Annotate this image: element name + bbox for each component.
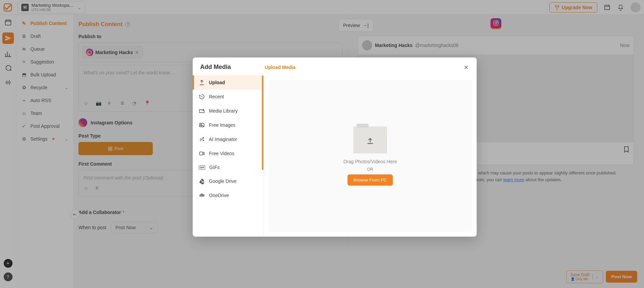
sparkle-icon bbox=[199, 136, 205, 142]
dropzone-or: OR bbox=[367, 167, 373, 172]
dropzone-text: Drag Photos/Videos Here bbox=[343, 159, 397, 164]
media-tab-gifs[interactable]: GIFGIFs bbox=[193, 161, 263, 174]
media-tab-free-videos[interactable]: Free Videos bbox=[193, 146, 263, 161]
google-drive-icon bbox=[199, 178, 205, 184]
media-tab-onedrive[interactable]: OneDrive bbox=[193, 188, 263, 202]
history-icon bbox=[199, 94, 205, 100]
media-tab-library[interactable]: Media Library bbox=[193, 104, 263, 118]
gif-icon: GIF bbox=[199, 165, 205, 170]
media-tab-upload[interactable]: Upload bbox=[193, 75, 263, 90]
media-tab-recent[interactable]: Recent bbox=[193, 90, 263, 104]
media-tab-free-images[interactable]: Free Images bbox=[193, 118, 263, 132]
browse-button[interactable]: Browse From PC bbox=[348, 174, 393, 186]
scroll-indicator bbox=[262, 75, 263, 170]
add-media-modal: Add Media Upload Media Upload Recent Med… bbox=[193, 57, 477, 237]
folder-icon bbox=[199, 108, 205, 114]
close-icon[interactable] bbox=[463, 64, 469, 70]
media-tab-ai[interactable]: AI Imaginator bbox=[193, 132, 263, 146]
image-icon bbox=[199, 122, 205, 128]
upload-dropzone[interactable]: Drag Photos/Videos Here OR Browse From P… bbox=[268, 80, 472, 232]
modal-title: Add Media bbox=[200, 64, 231, 71]
media-tab-gdrive[interactable]: Google Drive bbox=[193, 174, 263, 188]
folder-upload-icon bbox=[353, 126, 387, 153]
upload-icon bbox=[199, 79, 205, 86]
svg-point-9 bbox=[203, 110, 204, 111]
onedrive-icon bbox=[199, 192, 205, 198]
svg-rect-12 bbox=[199, 152, 203, 155]
video-icon bbox=[199, 150, 205, 157]
modal-subtitle: Upload Media bbox=[265, 65, 295, 70]
